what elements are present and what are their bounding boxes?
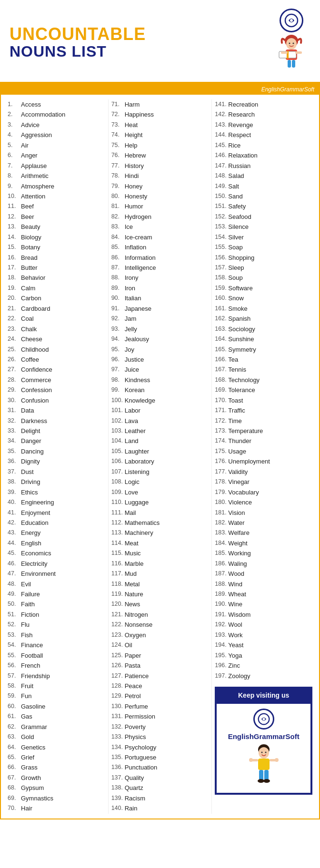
header-right [272,9,310,76]
list-number: 8. [8,171,21,181]
list-word: Irony [125,273,139,283]
list-word: Beauty [21,222,40,232]
list-item: 108.Logic [111,477,209,487]
list-number: 5. [8,140,21,150]
list-number: 147. [215,161,228,171]
list-word: Coal [21,314,34,324]
boy-figure-icon [245,743,283,788]
list-number: 13. [8,222,21,232]
list-number: 96. [111,355,125,365]
list-word: Chalk [21,324,37,334]
list-word: Waling [228,559,247,569]
svg-point-28 [263,779,270,783]
list-item: 194.Yeast [215,640,312,650]
list-item: 64.Genetics [8,742,105,752]
list-number: 4. [8,130,21,140]
list-item: 33.Delight [8,426,105,436]
list-number: 25. [8,345,21,355]
header: UNCOUNTABLE NOUNS LIST [0,0,320,83]
list-word: Metal [125,579,140,589]
list-number: 182. [215,518,228,528]
list-number: 132. [111,722,125,732]
list-number: 94. [111,334,125,344]
list-word: Accommodation [21,109,65,119]
list-word: Water [228,518,244,528]
svg-rect-26 [264,770,269,780]
list-word: Revenge [228,120,253,130]
list-item: 135.Portuguese [111,752,209,762]
list-word: Pasta [125,661,140,671]
list-number: 189. [215,589,228,599]
list-number: 161. [215,304,228,314]
list-item: 18.Behavior [8,273,105,283]
list-number: 125. [111,651,125,661]
list-item: 16.Bread [8,253,105,263]
list-word: Honesty [125,191,148,201]
list-item: 4.Aggression [8,130,105,140]
svg-rect-20 [258,759,270,770]
list-word: Punctuation [125,762,158,772]
list-number: 77. [111,161,125,171]
list-item: 99.Korean [111,385,209,395]
list-word: Energy [21,528,40,538]
list-number: 191. [215,610,228,620]
list-item: 110.Luggage [111,497,209,507]
list-word: Atmosphere [21,181,54,191]
list-word: Anger [21,150,38,160]
list-number: 93. [111,324,125,334]
list-word: Sand [228,191,242,201]
list-word: Growth [21,773,41,783]
list-word: Cardboard [21,304,50,314]
list-item: 178.Vinegar [215,477,312,487]
list-number: 136. [111,762,125,772]
list-number: 145. [215,140,228,150]
list-number: 129. [111,691,125,701]
list-word: Tea [228,355,238,365]
list-word: Gasoline [21,701,45,711]
list-item: 60.Gasoline [8,701,105,711]
list-item: 151.Safety [215,201,312,211]
list-word: Oil [125,640,132,650]
list-number: 143. [215,120,228,130]
title-line1: UNCOUNTABLE [10,25,146,44]
list-number: 21. [8,304,21,314]
list-word: Respect [228,130,251,140]
list-item: 70.Hair [8,803,105,813]
list-number: 157. [215,263,228,273]
list-item: 158.Soup [215,273,312,283]
list-number: 178. [215,477,228,487]
list-number: 34. [8,436,21,446]
list-item: 184.Weight [215,538,312,548]
list-word: Confidence [21,365,52,375]
list-number: 66. [8,762,21,772]
list-number: 106. [111,456,125,466]
svg-rect-12 [288,60,291,68]
list-word: Advice [21,120,40,130]
list-word: Machinery [125,528,153,538]
list-item: 162.Spanish [215,314,312,324]
list-word: News [125,599,140,609]
list-item: 134.Psychology [111,742,209,752]
list-word: Yoga [228,651,242,661]
list-word: Vocabulary [228,487,259,497]
list-number: 15. [8,242,21,252]
list-word: Unemployment [228,456,270,466]
list-item: 170.Toast [215,395,312,405]
list-number: 142. [215,109,228,119]
columns: 1.Access2.Accommodation3.Advice4.Aggress… [1,95,319,819]
list-word: Electricity [21,559,48,569]
list-item: 5.Air [8,140,105,150]
list-number: 67. [8,773,21,783]
list-item: 68.Gypsum [8,783,105,793]
list-number: 163. [215,324,228,334]
list-number: 103. [111,426,125,436]
list-word: Temperature [228,426,263,436]
list-word: Validity [228,467,248,477]
list-item: 192.Wool [215,620,312,630]
list-word: Russian [228,161,250,171]
list-number: 46. [8,559,21,569]
list-word: Gymnastics [21,793,53,803]
list-item: 156.Shopping [215,253,312,263]
list-number: 170. [215,395,228,405]
list-word: Symmetry [228,345,256,355]
